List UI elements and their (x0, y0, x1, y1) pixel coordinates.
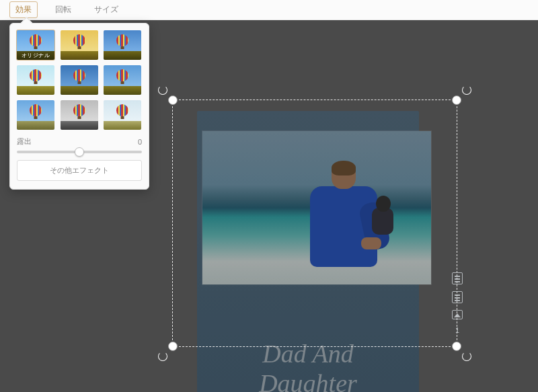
filter-thumbnails: オリジナル (17, 30, 142, 130)
card-text-line2: Daughter (259, 369, 357, 392)
exposure-slider-thumb[interactable] (75, 147, 84, 157)
filter-thumb-4[interactable] (61, 65, 98, 95)
rotate-handle-tl[interactable] (158, 85, 167, 95)
tab-effects[interactable]: 効果 (9, 1, 38, 18)
rotate-handle-bl[interactable] (158, 352, 167, 361)
tab-size[interactable]: サイズ (89, 2, 124, 17)
balloon-icon (73, 104, 85, 119)
resize-handle-tl[interactable] (168, 95, 178, 105)
resize-handle-tr[interactable] (452, 95, 461, 105)
more-effects-button[interactable]: その他エフェクト (17, 160, 142, 181)
filter-thumb-5[interactable] (104, 65, 141, 95)
balloon-icon (30, 34, 42, 49)
filter-thumb-7[interactable] (61, 100, 98, 130)
balloon-icon (30, 104, 42, 119)
filter-thumb-0[interactable]: オリジナル (17, 30, 54, 60)
filter-thumb-2[interactable] (104, 30, 141, 60)
exposure-slider-row: 露出 0 (17, 136, 142, 147)
effects-popover: オリジナル 露出 0 その他エフェクト (9, 23, 149, 190)
notes-icon-2[interactable] (452, 291, 463, 303)
selection-box[interactable] (172, 100, 457, 347)
resize-handle-br[interactable] (452, 342, 461, 351)
balloon-icon (73, 34, 85, 49)
filter-thumb-6[interactable] (17, 100, 54, 130)
balloon-icon (73, 69, 85, 84)
filter-thumb-1[interactable] (61, 30, 98, 60)
balloon-icon (116, 34, 128, 49)
image-icon[interactable] (452, 310, 463, 319)
filter-thumb-3[interactable] (17, 65, 54, 95)
exposure-slider[interactable] (17, 151, 142, 153)
editor-toolbar: 効果 回転 サイズ (0, 0, 538, 20)
balloon-icon (116, 69, 128, 84)
balloon-icon (116, 104, 128, 119)
rotate-handle-br[interactable] (462, 352, 471, 361)
exposure-label: 露出 (17, 136, 32, 147)
side-tools: 1 (452, 272, 463, 334)
filter-thumb-8[interactable] (104, 100, 141, 130)
balloon-icon (30, 69, 42, 84)
resize-handle-bl[interactable] (168, 342, 178, 351)
filter-thumb-label: オリジナル (17, 51, 54, 60)
exposure-value: 0 (138, 138, 142, 146)
rotate-handle-tr[interactable] (462, 85, 471, 95)
notes-icon[interactable] (452, 272, 463, 284)
layer-count: 1 (455, 326, 459, 334)
tab-rotate[interactable]: 回転 (50, 2, 77, 17)
card-headline: Dad And Daughter (197, 340, 419, 392)
